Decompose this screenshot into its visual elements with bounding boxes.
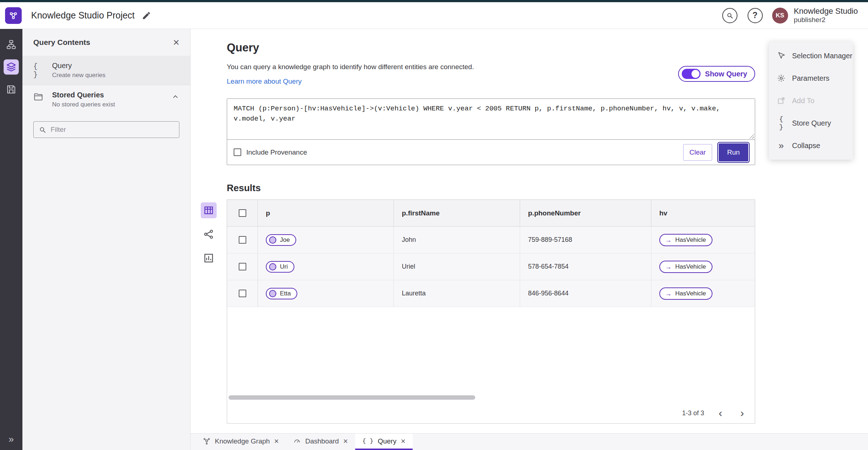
edge-pill[interactable]: → HasVehicle (659, 287, 712, 300)
document-tabbar: Knowledge Graph × Dashboard × { } Query … (191, 433, 868, 450)
edge-pill[interactable]: → HasVehicle (659, 234, 712, 246)
column-header-hv[interactable]: hv (659, 209, 667, 217)
tab-dashboard[interactable]: Dashboard × (286, 434, 355, 450)
node-dot-icon (269, 263, 276, 270)
pagination-range: 1-3 of 3 (682, 409, 704, 417)
results-view-toolbar (201, 202, 217, 266)
select-all-checkbox[interactable] (239, 209, 246, 217)
tab-knowledge-graph[interactable]: Knowledge Graph × (196, 434, 286, 450)
knowledge-graph-icon (203, 437, 210, 445)
column-header-firstname[interactable]: p.firstName (402, 209, 440, 217)
app-logo-icon[interactable] (5, 7, 22, 24)
menu-label: Store Query (792, 119, 831, 127)
column-header-phonenumber[interactable]: p.phoneNumber (528, 209, 581, 217)
edit-title-icon[interactable] (142, 11, 151, 20)
stored-queries-label: Stored Queries (52, 91, 115, 99)
learn-more-link[interactable]: Learn more about Query (227, 77, 302, 85)
cell-phonenumber: 578-654-7854 (528, 263, 569, 270)
next-page-icon[interactable]: › (737, 408, 748, 419)
model-hierarchy-icon[interactable] (4, 37, 19, 52)
layers-icon[interactable] (4, 59, 19, 75)
graph-view-icon[interactable] (201, 226, 217, 242)
table-header-row: p p.firstName p.phoneNumber hv (227, 200, 755, 227)
query-content: Query You can query a knowledge graph to… (227, 29, 755, 424)
close-sidebar-icon[interactable]: × (173, 37, 179, 48)
braces-icon: { } (777, 115, 786, 131)
query-footer: Include Provenance Clear Run (227, 139, 755, 165)
person-node-pill[interactable]: Etta (266, 288, 297, 299)
tab-query[interactable]: { } Query × (355, 434, 413, 450)
sidebar-item-stored-queries[interactable]: Stored Queries No stored queries exist (22, 85, 190, 114)
close-tab-icon[interactable]: × (274, 437, 279, 445)
toggle-switch-on[interactable] (682, 69, 701, 79)
scrollbar-thumb[interactable] (229, 395, 475, 400)
table-row[interactable]: Etta Lauretta 846-956-8644 → HasVehicle (227, 280, 755, 307)
column-header-p[interactable]: p (266, 209, 270, 217)
table-pagination: 1-3 of 3 ‹ › (227, 403, 755, 423)
query-item-description: Create new queries (52, 72, 105, 79)
collapse-section-icon[interactable] (171, 91, 179, 101)
query-item-label: Query (52, 62, 105, 70)
menu-label: Collapse (792, 142, 820, 150)
person-node-pill[interactable]: Uri (266, 261, 294, 273)
previous-page-icon[interactable]: ‹ (715, 408, 726, 419)
folder-icon (33, 91, 46, 102)
table-view-icon[interactable] (201, 202, 217, 218)
results-title: Results (227, 182, 755, 194)
tab-label: Dashboard (305, 437, 339, 445)
sidebar-item-query[interactable]: { } Query Create new queries (22, 56, 190, 85)
query-actions-menu: Selection Manager Parameters Add To { } … (769, 42, 853, 160)
header-checkbox-cell (227, 200, 258, 226)
node-label: Joe (280, 236, 290, 244)
arrow-right-icon: → (665, 237, 672, 243)
show-query-label: Show Query (705, 70, 747, 78)
results-section: p p.firstName p.phoneNumber hv Joe John … (227, 199, 755, 424)
menu-item-store-query[interactable]: { } Store Query (769, 112, 853, 134)
avatar[interactable]: KS (772, 8, 788, 24)
help-icon[interactable]: ? (748, 8, 763, 23)
tab-label: Query (378, 437, 396, 445)
node-dot-icon (269, 236, 276, 244)
expand-rail-icon[interactable]: » (0, 434, 22, 445)
braces-icon: { } (362, 438, 374, 445)
row-checkbox[interactable] (239, 263, 246, 270)
edge-pill[interactable]: → HasVehicle (659, 261, 712, 273)
menu-item-add-to: Add To (769, 89, 853, 112)
query-input[interactable]: MATCH (p:Person)-[hv:HasVehicle]->(v:Veh… (227, 99, 755, 139)
tab-label: Knowledge Graph (215, 437, 270, 445)
chart-view-icon[interactable] (201, 250, 217, 266)
project-title: Knowledge Studio Project (31, 10, 135, 21)
search-icon[interactable] (722, 8, 737, 23)
clear-button[interactable]: Clear (683, 144, 712, 161)
selection-cursor-icon (777, 51, 786, 60)
run-button[interactable]: Run (719, 143, 748, 161)
row-checkbox[interactable] (239, 236, 246, 244)
add-to-icon (777, 96, 786, 105)
include-provenance-checkbox[interactable] (234, 148, 241, 156)
main-panel: Query You can query a knowledge graph to… (191, 29, 868, 433)
menu-item-selection-manager[interactable]: Selection Manager (769, 45, 853, 67)
table-row[interactable]: Uri Uriel 578-654-7854 → HasVehicle (227, 253, 755, 280)
menu-item-parameters[interactable]: Parameters (769, 67, 853, 89)
show-query-toggle[interactable]: Show Query (678, 66, 755, 82)
edge-label: HasVehicle (675, 263, 706, 270)
dashboard-icon (293, 437, 301, 445)
menu-item-collapse[interactable]: » Collapse (769, 134, 853, 157)
save-icon[interactable] (4, 82, 19, 97)
table-empty-area (227, 307, 755, 395)
include-provenance-label: Include Provenance (246, 148, 307, 156)
horizontal-scrollbar[interactable] (229, 395, 753, 400)
left-rail: » (0, 29, 22, 450)
person-node-pill[interactable]: Joe (266, 234, 296, 246)
table-row[interactable]: Joe John 759-889-57168 → HasVehicle (227, 227, 755, 253)
close-tab-icon[interactable]: × (401, 437, 405, 445)
filter-search-icon (39, 126, 46, 134)
edge-label: HasVehicle (675, 236, 706, 244)
row-checkbox[interactable] (239, 290, 246, 297)
page-title: Query (227, 41, 755, 54)
close-tab-icon[interactable]: × (343, 437, 348, 445)
filter-input[interactable] (51, 126, 174, 134)
cell-phonenumber: 759-889-57168 (528, 236, 572, 244)
query-editor: MATCH (p:Person)-[hv:HasVehicle]->(v:Veh… (227, 99, 755, 139)
page-description: You can query a knowledge graph to ident… (227, 63, 755, 71)
